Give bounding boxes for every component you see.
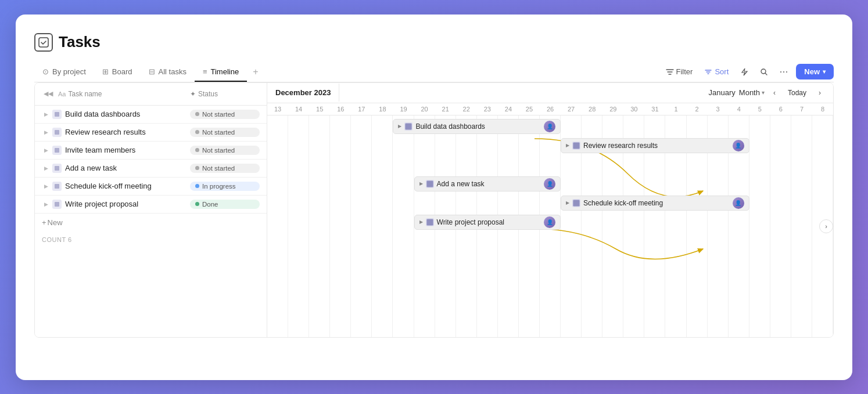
task-bar[interactable]: ▶ Schedule kick-off meeting 👤 — [561, 196, 749, 211]
status-dot — [195, 166, 199, 170]
month-selector[interactable]: Month ▾ — [739, 88, 765, 97]
status-badge[interactable]: Not started — [190, 146, 260, 155]
new-button[interactable]: New ▾ — [796, 64, 834, 79]
date-cell: 8 — [812, 103, 833, 115]
timeline-nav: January Month ▾ ‹ Today › — [702, 83, 833, 103]
task-row[interactable]: ▶ Write project proposal Done — [35, 196, 267, 214]
timeline-prev-button[interactable]: ‹ — [768, 86, 781, 99]
task-type-icon — [52, 110, 62, 119]
month-chevron-icon: ▾ — [762, 89, 765, 96]
bar-task-icon — [572, 199, 580, 207]
timeline-month-label: December 2023 — [267, 84, 339, 102]
expand-icon[interactable]: ▶ — [42, 146, 50, 154]
status-badge[interactable]: In progress — [190, 182, 260, 191]
date-cell: 27 — [561, 103, 582, 115]
task-bar[interactable]: ▶ Write project proposal 👤 — [414, 215, 561, 230]
tab-board[interactable]: ⊞ Board — [94, 63, 141, 82]
bar-label: Write project proposal — [437, 218, 505, 226]
bar-avatar: 👤 — [733, 197, 744, 209]
task-row[interactable]: ▶ Review research results Not started — [35, 124, 267, 142]
task-bar[interactable]: ▶ Review research results 👤 — [561, 138, 749, 153]
bar-label: Review research results — [583, 142, 658, 150]
svg-rect-12 — [573, 142, 579, 149]
timeline-header: December 2023 January Month ▾ ‹ Today › — [267, 83, 833, 103]
status-badge[interactable]: Done — [190, 200, 260, 209]
grid-col — [393, 115, 414, 337]
add-tab-button[interactable]: + — [247, 62, 264, 82]
task-type-icon — [52, 146, 62, 155]
tab-timeline[interactable]: ≡ Timeline — [195, 63, 247, 82]
date-cell: 18 — [372, 103, 393, 115]
task-type-icon — [52, 128, 62, 137]
status-badge[interactable]: Not started — [190, 128, 260, 137]
date-cell: 24 — [498, 103, 519, 115]
date-cell: 13 — [267, 103, 288, 115]
date-cell: 28 — [582, 103, 602, 115]
collapse-panel-button[interactable]: ◀◀ — [42, 88, 55, 100]
date-cell: 6 — [770, 103, 791, 115]
grid-col — [330, 115, 351, 337]
new-task-button[interactable]: + New — [35, 214, 267, 232]
date-cell: 31 — [644, 103, 665, 115]
expand-icon[interactable]: ▶ — [42, 128, 50, 136]
svg-rect-13 — [426, 180, 433, 187]
expand-icon[interactable]: ▶ — [42, 110, 50, 118]
date-cell: 26 — [540, 103, 561, 115]
more-button[interactable] — [776, 66, 791, 78]
filter-button[interactable]: Filter — [662, 65, 697, 78]
app-icon — [34, 33, 53, 52]
grid-col — [749, 115, 770, 337]
main-area: ◀◀ Aa Task name ✦ Status ▶ Build data da… — [34, 82, 834, 338]
expand-icon[interactable]: ▶ — [42, 164, 50, 172]
bar-label: Schedule kick-off meeting — [583, 199, 663, 207]
lightning-button[interactable] — [737, 66, 752, 78]
bar-expand-icon: ▶ — [398, 124, 401, 129]
tab-by-project[interactable]: ⊙ By project — [34, 63, 94, 82]
bar-avatar: 👤 — [544, 178, 555, 190]
bar-task-icon — [426, 180, 434, 188]
bar-expand-icon: ▶ — [419, 219, 423, 225]
bar-expand-icon: ▶ — [419, 181, 423, 186]
svg-rect-0 — [39, 38, 48, 47]
all-tasks-icon: ⊟ — [149, 67, 155, 76]
toolbar-right: Filter Sort New ▾ — [662, 64, 834, 79]
col-status-header: ✦ Status — [190, 90, 260, 98]
new-button-chevron: ▾ — [823, 68, 826, 75]
task-row[interactable]: ▶ Build data dashboards Not started — [35, 106, 267, 124]
timeline-next-button[interactable]: › — [813, 86, 826, 99]
task-type-icon — [52, 182, 62, 191]
dates-row: 1314151617181920212223242526272829303112… — [267, 103, 833, 115]
date-cell: 29 — [602, 103, 623, 115]
task-bar[interactable]: ▶ Build data dashboards 👤 — [393, 119, 561, 134]
expand-icon[interactable]: ▶ — [42, 182, 50, 190]
expand-icon[interactable]: ▶ — [42, 200, 50, 208]
task-bar[interactable]: ▶ Add a new task 👤 — [414, 176, 561, 191]
status-badge[interactable]: Not started — [190, 164, 260, 173]
task-row[interactable]: ▶ Schedule kick-off meeting In progress — [35, 178, 267, 196]
task-row[interactable]: ▶ Add a new task Not started — [35, 160, 267, 178]
status-dot — [195, 202, 199, 206]
date-cell: 7 — [791, 103, 812, 115]
svg-rect-6 — [55, 130, 59, 135]
sort-button[interactable]: Sort — [701, 65, 732, 78]
bar-expand-icon: ▶ — [566, 143, 569, 148]
aa-label: Aa — [58, 91, 66, 97]
timeline-panel: December 2023 January Month ▾ ‹ Today › … — [267, 83, 833, 337]
status-dot — [195, 148, 199, 152]
bar-label: Build data dashboards — [415, 122, 485, 131]
bar-label: Add a new task — [437, 180, 485, 188]
date-cell: 14 — [288, 103, 309, 115]
board-icon: ⊞ — [102, 67, 109, 76]
search-button[interactable] — [756, 66, 772, 78]
task-row[interactable]: ▶ Invite team members Not started — [35, 142, 267, 160]
svg-point-2 — [780, 71, 781, 73]
status-badge[interactable]: Not started — [190, 110, 260, 119]
grid-col — [309, 115, 330, 337]
date-cell: 16 — [330, 103, 351, 115]
header: Tasks — [34, 33, 834, 52]
scroll-right-button[interactable]: › — [819, 219, 833, 233]
date-cell: 1 — [665, 103, 686, 115]
svg-rect-9 — [55, 184, 59, 189]
tab-all-tasks[interactable]: ⊟ All tasks — [141, 63, 195, 82]
today-button[interactable]: Today — [784, 88, 810, 98]
